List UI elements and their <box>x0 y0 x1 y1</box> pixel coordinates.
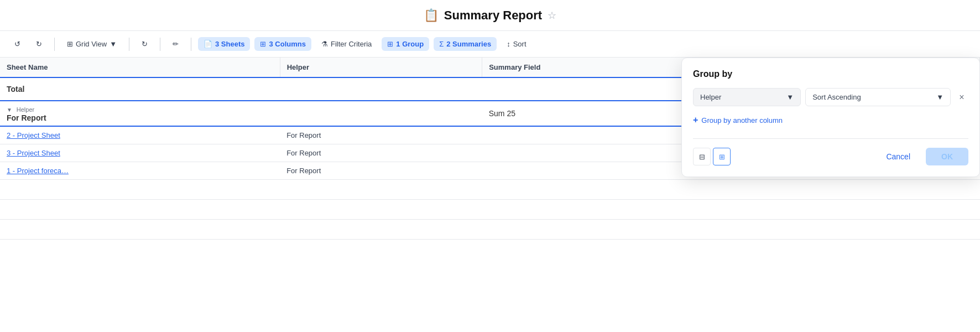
row2-helper: For Report <box>280 144 482 162</box>
total-label-cell: Total <box>0 77 280 101</box>
grid-view-label: Grid View <box>76 40 107 48</box>
compact-view-icon: ⊟ <box>699 153 705 161</box>
view-toggle-grid-button[interactable]: ⊞ <box>713 148 731 165</box>
divider-4 <box>191 38 191 51</box>
row1-sheet: 2 - Project Sheet <box>0 126 280 144</box>
app-title: Summary Report <box>444 8 542 23</box>
toolbar: ↺ ↻ ⊞ Grid View ▼ ↻ ✏ 📄 3 Sheets ⊞ 3 Col… <box>0 31 980 58</box>
redo-icon: ↻ <box>36 40 42 48</box>
row1-helper: For Report <box>280 126 482 144</box>
view-toggle-compact-button[interactable]: ⊟ <box>693 148 711 165</box>
row3-sheet-link[interactable]: 1 - Project foreca… <box>7 167 69 175</box>
group-value: For Report <box>7 113 46 122</box>
total-helper-cell <box>280 77 482 101</box>
pencil-button[interactable]: ✏ <box>167 37 184 51</box>
group-header-cell: ▼ Helper For Report <box>0 101 482 126</box>
sort-button[interactable]: ↕ Sort <box>501 37 531 51</box>
grid-view-button[interactable]: ⊞ Grid View ▼ <box>61 37 122 51</box>
filter-label: Filter Criteria <box>331 40 372 48</box>
sort-icon: ↕ <box>507 40 510 48</box>
divider-2 <box>129 38 129 51</box>
popup-title: Group by <box>693 69 968 79</box>
add-group-link[interactable]: + Group by another column <box>693 115 968 125</box>
undo-icon: ↺ <box>14 40 20 48</box>
view-toggle-group: ⊟ ⊞ <box>693 148 731 165</box>
divider-3 <box>160 38 160 51</box>
group-field-caret-icon: ▼ <box>786 93 794 101</box>
filter-icon: ⚗ <box>321 40 328 48</box>
sheets-label: 3 Sheets <box>215 40 244 48</box>
sheets-button[interactable]: 📄 3 Sheets <box>198 37 250 51</box>
col-helper: Helper <box>280 58 482 77</box>
refresh-icon: ↻ <box>142 40 148 48</box>
grid-icon: ⊞ <box>67 40 73 48</box>
row3-helper: For Report <box>280 162 482 180</box>
popup-actions: Cancel OK <box>875 148 968 165</box>
group-icon: ⊞ <box>387 40 393 48</box>
summaries-button[interactable]: Σ 2 Summaries <box>434 37 497 51</box>
columns-button[interactable]: ⊞ 3 Columns <box>254 37 311 51</box>
group-sum1-value: 25 <box>507 109 515 118</box>
row1-sheet-link[interactable]: 2 - Project Sheet <box>7 131 60 139</box>
col-sheet-name: Sheet Name <box>0 58 280 77</box>
remove-group-button[interactable]: × <box>955 91 968 104</box>
empty-row <box>0 220 980 240</box>
grid-view-caret-icon: ▼ <box>110 40 117 48</box>
undo-button[interactable]: ↺ <box>9 37 26 51</box>
main-area: Sheet Name Helper Summary Field Summary … <box>0 58 980 332</box>
divider-1 <box>54 38 55 51</box>
group-button[interactable]: ⊞ 1 Group <box>382 37 429 51</box>
ok-button[interactable]: OK <box>926 148 968 165</box>
columns-label: 3 Columns <box>269 40 305 48</box>
add-group-label: Group by another column <box>701 116 783 124</box>
pencil-icon: ✏ <box>173 40 179 48</box>
group-by-row: Helper ▼ Sort Ascending ▼ × <box>693 88 968 106</box>
group-sum1-label: Sum <box>489 109 505 118</box>
redo-button[interactable]: ↻ <box>30 37 48 51</box>
empty-row <box>0 200 980 220</box>
app-header: 📋 Summary Report ☆ <box>0 0 980 31</box>
refresh-button[interactable]: ↻ <box>136 37 153 51</box>
plus-icon: + <box>693 115 698 125</box>
sort-order-value: Sort Ascending <box>812 93 861 101</box>
row2-sheet-link[interactable]: 3 - Project Sheet <box>7 149 60 157</box>
sort-label: Sort <box>513 40 527 48</box>
summaries-icon: Σ <box>439 40 444 48</box>
grid-view-icon: ⊞ <box>719 153 725 161</box>
summaries-label: 2 Summaries <box>446 40 491 48</box>
favorite-star-icon[interactable]: ☆ <box>548 9 556 22</box>
close-icon: × <box>959 92 964 102</box>
filter-button[interactable]: ⚗ Filter Criteria <box>316 37 377 51</box>
total-label: Total <box>7 85 24 94</box>
group-field-value: Helper <box>700 93 721 101</box>
sheets-icon: 📄 <box>204 40 212 48</box>
triangle-icon: ▼ <box>7 107 12 113</box>
title-group: 📋 Summary Report ☆ <box>424 8 556 23</box>
sort-order-select[interactable]: Sort Ascending ▼ <box>805 88 951 106</box>
row3-sheet: 1 - Project foreca… <box>0 162 280 180</box>
group-label: 1 Group <box>396 40 424 48</box>
group-by-popup: Group by Helper ▼ Sort Ascending ▼ × + G… <box>681 58 980 177</box>
popup-footer: ⊟ ⊞ Cancel OK <box>693 138 968 165</box>
report-icon: 📋 <box>424 8 439 23</box>
row2-sheet: 3 - Project Sheet <box>0 144 280 162</box>
cancel-button[interactable]: Cancel <box>875 148 921 165</box>
group-field-label: Helper <box>17 106 34 113</box>
sort-order-caret-icon: ▼ <box>936 93 943 101</box>
columns-icon: ⊞ <box>260 40 266 48</box>
empty-row <box>0 180 980 200</box>
group-field-select[interactable]: Helper ▼ <box>693 88 801 106</box>
